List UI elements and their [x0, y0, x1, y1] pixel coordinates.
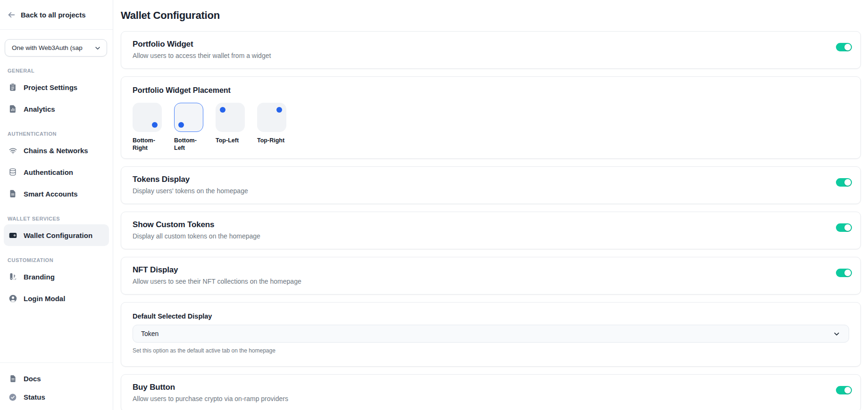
sidebar-item-label: Smart Accounts — [24, 190, 77, 198]
toggle-knob — [844, 44, 851, 50]
sidebar-item-analytics[interactable]: Analytics — [4, 98, 109, 120]
section-label-general: GENERAL — [8, 68, 105, 74]
tokens-display-toggle[interactable] — [836, 178, 852, 187]
document-icon — [8, 375, 17, 383]
card-portfolio-widget-placement: Portfolio Widget Placement Bottom-Right … — [121, 76, 861, 159]
sidebar-item-docs[interactable]: Docs — [4, 369, 109, 388]
card-title: NFT Display — [133, 265, 301, 275]
section-label-customization: CUSTOMIZATION — [8, 257, 105, 263]
wallet-icon — [8, 231, 17, 240]
card-description: Display users' tokens on the homepage — [133, 187, 248, 195]
card-text: NFT Display Allow users to see their NFT… — [133, 265, 301, 285]
card-title: Tokens Display — [133, 175, 248, 184]
app-root: Back to all projects One with Web3Auth (… — [0, 0, 868, 410]
chevron-down-icon — [94, 45, 101, 51]
sidebar-item-label: Analytics — [24, 105, 55, 113]
card-description: Allow users to see their NFT collections… — [133, 278, 301, 285]
swatch-icon — [8, 272, 17, 281]
sidebar: Back to all projects One with Web3Auth (… — [0, 0, 113, 410]
sidebar-nav: GENERAL Project Settings Analytics AUTHE… — [0, 57, 113, 309]
placement-label: Top-Left — [216, 137, 245, 145]
card-text: Buy Button Allow users to purchase crypt… — [133, 383, 288, 402]
select-value: Token — [141, 330, 159, 337]
sidebar-item-label: Wallet Configuration — [24, 231, 92, 239]
sidebar-item-label: Login Modal — [24, 295, 65, 303]
placement-option-top-left[interactable]: Top-Left — [216, 103, 245, 152]
sidebar-item-project-settings[interactable]: Project Settings — [4, 76, 109, 98]
sidebar-item-authentication[interactable]: Authentication — [4, 161, 109, 183]
buy-button-toggle[interactable] — [836, 386, 852, 394]
sidebar-item-chains-networks[interactable]: Chains & Networks — [4, 139, 109, 161]
wifi-icon — [8, 146, 17, 155]
section-label-wallet-services: WALLET SERVICES — [8, 216, 105, 221]
database-icon — [8, 168, 17, 176]
sidebar-item-branding[interactable]: Branding — [4, 266, 109, 287]
card-title: Show Custom Tokens — [133, 220, 260, 230]
sidebar-item-label: Docs — [24, 375, 41, 383]
page-title: Wallet Configuration — [121, 9, 861, 22]
check-circle-icon — [8, 393, 17, 402]
nft-display-toggle[interactable] — [836, 269, 852, 277]
toggle-knob — [844, 179, 851, 186]
sidebar-item-label: Chains & Networks — [24, 147, 88, 155]
section-label-authentication: AUTHENTICATION — [8, 131, 105, 137]
placement-dot — [276, 107, 282, 113]
toggle-knob — [844, 387, 851, 394]
toggle-knob — [844, 224, 851, 231]
card-title: Portfolio Widget Placement — [133, 86, 849, 95]
portfolio-widget-toggle[interactable] — [836, 43, 852, 51]
sidebar-item-wallet-configuration[interactable]: Wallet Configuration — [4, 224, 109, 246]
placement-option-bottom-right[interactable]: Bottom-Right — [133, 103, 162, 152]
sidebar-spacer — [0, 309, 113, 362]
sidebar-item-status[interactable]: Status — [4, 388, 109, 406]
card-text: Portfolio Widget Allow users to access t… — [133, 40, 271, 59]
placement-label: Top-Right — [257, 137, 286, 145]
card-portfolio-widget: Portfolio Widget Allow users to access t… — [121, 31, 861, 69]
sidebar-item-label: Project Settings — [24, 83, 77, 91]
default-display-label: Default Selected Display — [133, 312, 849, 320]
card-description: Display all custom tokens on the homepag… — [133, 232, 260, 240]
back-arrow-icon — [8, 11, 16, 19]
project-selector-value: One with Web3Auth (sap — [12, 44, 83, 51]
default-display-select[interactable]: Token — [133, 325, 849, 343]
placement-preview — [133, 103, 162, 132]
back-to-projects-link[interactable]: Back to all projects — [0, 0, 113, 30]
sidebar-item-label: Status — [24, 393, 45, 401]
placement-preview — [257, 103, 286, 132]
project-selector-dropdown[interactable]: One with Web3Auth (sap — [5, 39, 107, 57]
card-nft-display: NFT Display Allow users to see their NFT… — [121, 257, 861, 295]
document-icon — [8, 189, 17, 198]
card-description: Allow users to purchase crypto via on-ra… — [133, 395, 288, 402]
clipboard-icon — [8, 83, 17, 91]
placement-label: Bottom-Left — [174, 137, 203, 152]
card-title: Portfolio Widget — [133, 40, 271, 49]
placement-option-top-right[interactable]: Top-Right — [257, 103, 286, 152]
card-tokens-display: Tokens Display Display users' tokens on … — [121, 166, 861, 204]
default-display-helper: Set this option as the default active ta… — [133, 347, 849, 354]
card-default-selected-display: Default Selected Display Token Set this … — [121, 302, 861, 367]
sidebar-item-smart-accounts[interactable]: Smart Accounts — [4, 183, 109, 205]
placement-label: Bottom-Right — [133, 137, 162, 152]
card-show-custom-tokens: Show Custom Tokens Display all custom to… — [121, 212, 861, 249]
placement-option-bottom-left[interactable]: Bottom-Left — [174, 103, 203, 152]
back-label: Back to all projects — [21, 11, 86, 19]
placement-options: Bottom-Right Bottom-Left Top-Left Top-Ri… — [133, 103, 849, 152]
placement-preview — [216, 103, 245, 132]
main-content: Wallet Configuration Portfolio Widget Al… — [113, 0, 868, 410]
show-custom-tokens-toggle[interactable] — [836, 223, 852, 232]
placement-preview — [174, 103, 203, 132]
toggle-knob — [844, 270, 851, 276]
sidebar-item-label: Authentication — [24, 168, 73, 176]
sidebar-item-label: Branding — [24, 273, 55, 281]
card-description: Allow users to access their wallet from … — [133, 52, 271, 59]
placement-dot — [220, 107, 225, 113]
placement-dot — [152, 122, 158, 128]
chevron-down-icon — [833, 330, 840, 337]
card-title: Buy Button — [133, 383, 288, 392]
user-circle-icon — [8, 294, 17, 303]
sidebar-item-login-modal[interactable]: Login Modal — [4, 287, 109, 309]
sidebar-footer: Docs Status — [0, 362, 113, 410]
placement-dot — [178, 122, 184, 128]
document-chart-icon — [8, 105, 17, 113]
card-text: Tokens Display Display users' tokens on … — [133, 175, 248, 195]
